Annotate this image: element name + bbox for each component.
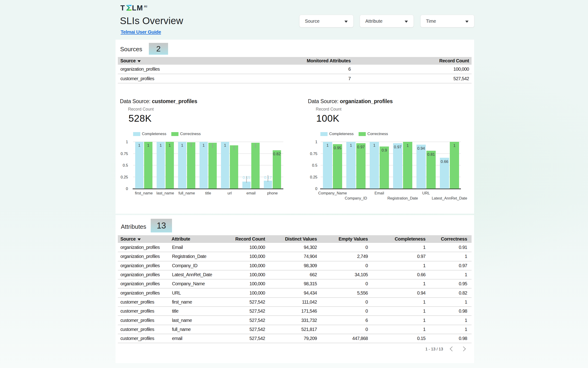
svg-text:Correctness: Correctness <box>367 132 388 136</box>
svg-text:full_name: full_name <box>178 191 195 195</box>
svg-text:0.5: 0.5 <box>312 163 317 167</box>
svg-text:Company_ID: Company_ID <box>345 196 367 201</box>
svg-text:url: url <box>227 191 231 195</box>
svg-text:0.15: 0.15 <box>243 175 250 180</box>
svg-text:0.66: 0.66 <box>440 159 448 164</box>
svg-text:1: 1 <box>160 143 162 148</box>
svg-text:0.9: 0.9 <box>381 148 387 153</box>
svg-text:URL: URL <box>422 191 430 195</box>
svg-text:1: 1 <box>373 143 375 148</box>
svg-text:1: 1 <box>202 143 205 148</box>
svg-text:Latest_AnnRet_Date: Latest_AnnRet_Date <box>432 196 467 201</box>
svg-text:1: 1 <box>224 143 226 148</box>
svg-text:1: 1 <box>315 140 317 144</box>
svg-text:1: 1 <box>168 143 171 148</box>
svg-text:0.75: 0.75 <box>121 152 128 156</box>
svg-text:0.25: 0.25 <box>310 175 317 179</box>
svg-text:1: 1 <box>453 143 455 148</box>
svg-text:0: 0 <box>315 186 317 191</box>
svg-text:Completeness: Completeness <box>142 132 166 136</box>
svg-text:1: 1 <box>126 140 128 144</box>
svg-text:Registration_Date: Registration_Date <box>387 196 418 201</box>
svg-text:phone: phone <box>267 191 278 195</box>
svg-text:1: 1 <box>350 143 352 148</box>
svg-text:0.17: 0.17 <box>264 175 272 180</box>
svg-text:1: 1 <box>138 143 140 148</box>
svg-text:Email: Email <box>375 191 384 195</box>
svg-text:0.97: 0.97 <box>357 145 365 149</box>
svg-text:Company_Name: Company_Name <box>318 191 347 195</box>
svg-text:1: 1 <box>181 143 183 148</box>
svg-text:0.97: 0.97 <box>394 145 401 149</box>
svg-text:1: 1 <box>147 143 149 148</box>
svg-text:email: email <box>246 191 255 195</box>
svg-text:0.81: 0.81 <box>427 152 435 157</box>
svg-text:0.95: 0.95 <box>333 146 341 150</box>
svg-text:1: 1 <box>326 143 328 148</box>
svg-text:first_name: first_name <box>135 191 153 195</box>
svg-text:0.82: 0.82 <box>273 152 281 156</box>
svg-text:last_name: last_name <box>157 191 174 195</box>
svg-text:Completeness: Completeness <box>329 132 353 136</box>
svg-text:0.94: 0.94 <box>417 146 425 151</box>
svg-text:title: title <box>205 191 211 195</box>
svg-text:0.25: 0.25 <box>121 175 128 179</box>
svg-text:0.5: 0.5 <box>123 163 128 167</box>
svg-text:0.75: 0.75 <box>310 152 317 156</box>
svg-text:1: 1 <box>406 143 409 148</box>
svg-text:Correctness: Correctness <box>180 132 201 136</box>
svg-text:0: 0 <box>126 186 128 191</box>
